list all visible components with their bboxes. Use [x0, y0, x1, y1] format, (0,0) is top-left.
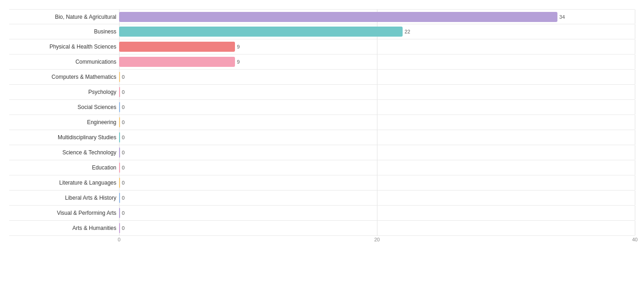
x-axis: 02040 [119, 237, 635, 246]
bar [119, 42, 235, 52]
bar [119, 12, 557, 22]
bar-row: Arts & Humanities0 [9, 221, 635, 236]
bar-label: Social Sciences [9, 104, 119, 110]
grid-line [635, 175, 635, 190]
bar-value-label: 0 [122, 180, 125, 185]
bar-label: Visual & Performing Arts [9, 210, 119, 216]
grid-line [635, 145, 635, 160]
bar-label: Communications [9, 59, 119, 65]
bar-value-label: 0 [122, 104, 125, 110]
bar-wrapper: 0 [119, 175, 635, 190]
bar [119, 163, 120, 173]
grid-line [377, 145, 377, 160]
bar [119, 223, 120, 233]
x-tick-label: 20 [374, 237, 380, 242]
bar-label: Computers & Mathematics [9, 74, 119, 80]
bar-value-label: 9 [237, 44, 240, 49]
bar-wrapper: 0 [119, 206, 635, 220]
bar [119, 87, 120, 97]
bar [119, 132, 120, 142]
bar-value-label: 0 [122, 225, 125, 231]
bar-wrapper: 0 [119, 115, 635, 130]
grid-line [635, 70, 635, 84]
bar-label: Psychology [9, 89, 119, 95]
bar-row: Business22 [9, 24, 635, 39]
bar-label: Science & Technology [9, 149, 119, 156]
bar-row: Education0 [9, 160, 635, 175]
bar-label: Bio, Nature & Agricultural [9, 14, 119, 20]
grid-line [377, 130, 377, 145]
grid-line [377, 115, 377, 130]
bar [119, 72, 120, 82]
bar-value-label: 0 [122, 195, 125, 201]
grid-line [635, 39, 635, 54]
bar-wrapper: 9 [119, 39, 635, 54]
bar-label: Business [9, 28, 119, 35]
bar-row: Psychology0 [9, 85, 635, 100]
grid-line [377, 191, 377, 205]
bar-wrapper: 0 [119, 191, 635, 205]
bar-row: Literature & Languages0 [9, 175, 635, 191]
bar-value-label: 9 [237, 59, 240, 65]
bar-label: Physical & Health Sciences [9, 44, 119, 50]
bar-wrapper: 22 [119, 24, 635, 39]
bar-label: Arts & Humanities [9, 225, 119, 231]
bar-row: Bio, Nature & Agricultural34 [9, 9, 635, 24]
bar-row: Computers & Mathematics0 [9, 70, 635, 85]
bar [119, 117, 120, 127]
bar-value-label: 0 [122, 135, 125, 140]
grid-line [635, 85, 635, 99]
bar-row: Social Sciences0 [9, 100, 635, 115]
grid-line [635, 115, 635, 130]
bar-wrapper: 0 [119, 100, 635, 115]
grid-line [635, 100, 635, 115]
bar-row: Visual & Performing Arts0 [9, 206, 635, 221]
bar-wrapper: 0 [119, 130, 635, 145]
x-tick-label: 0 [118, 237, 120, 242]
grid-line [635, 221, 635, 235]
bar-label: Literature & Languages [9, 180, 119, 186]
bar-value-label: 34 [559, 14, 565, 20]
grid-line [377, 70, 377, 84]
chart-area: Bio, Nature & Agricultural34Business22Ph… [9, 9, 635, 236]
bar-wrapper: 0 [119, 160, 635, 175]
bar-value-label: 0 [122, 165, 125, 170]
bar-row: Science & Technology0 [9, 145, 635, 160]
grid-line [377, 206, 377, 220]
bar [119, 208, 120, 218]
bar-label: Liberal Arts & History [9, 195, 119, 201]
bar-label: Education [9, 164, 119, 171]
bar [119, 27, 403, 37]
grid-line [635, 191, 635, 205]
grid-line [377, 175, 377, 190]
bar [119, 178, 120, 188]
bar-row: Physical & Health Sciences9 [9, 39, 635, 55]
bar-wrapper: 0 [119, 145, 635, 160]
bar-label: Engineering [9, 119, 119, 125]
bar [119, 102, 120, 112]
grid-line [377, 221, 377, 235]
bar-value-label: 0 [122, 150, 125, 155]
page-container: Bio, Nature & Agricultural34Business22Ph… [9, 5, 635, 246]
bar-value-label: 22 [404, 29, 410, 34]
grid-line [635, 55, 635, 69]
bar-row: Liberal Arts & History0 [9, 191, 635, 206]
grid-line [635, 130, 635, 145]
grid-line [377, 39, 377, 54]
grid-line [377, 100, 377, 115]
x-tick-label: 40 [632, 237, 638, 242]
bar [119, 147, 120, 158]
bar-value-label: 0 [122, 120, 125, 125]
bar-row: Communications9 [9, 55, 635, 70]
bar [119, 193, 120, 203]
grid-line [635, 160, 635, 175]
grid-line [377, 55, 377, 69]
grid-line [377, 85, 377, 99]
bar-wrapper: 34 [119, 10, 635, 24]
bar-value-label: 0 [122, 210, 125, 216]
grid-line [635, 24, 635, 39]
bar-row: Engineering0 [9, 115, 635, 130]
bar-wrapper: 0 [119, 221, 635, 235]
bar-wrapper: 0 [119, 70, 635, 84]
bar-wrapper: 9 [119, 55, 635, 69]
